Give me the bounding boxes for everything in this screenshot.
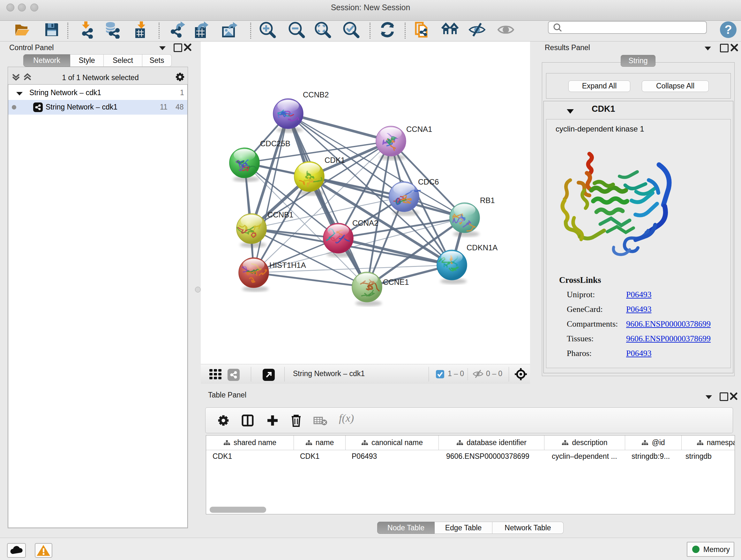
svg-text:CDC25B: CDC25B xyxy=(260,139,290,148)
svg-text:RB1: RB1 xyxy=(480,196,495,205)
svg-text:CDKN1A: CDKN1A xyxy=(467,243,497,252)
svg-text:CDK1: CDK1 xyxy=(325,156,345,165)
svg-text:CCNA1: CCNA1 xyxy=(406,125,432,133)
svg-text:CCNA2: CCNA2 xyxy=(352,219,378,227)
svg-text:CCNE1: CCNE1 xyxy=(383,278,409,287)
svg-text:HIST1H1A: HIST1H1A xyxy=(269,261,306,269)
svg-text:CDC6: CDC6 xyxy=(418,178,439,186)
svg-text:CCNB2: CCNB2 xyxy=(303,90,329,99)
svg-text:?: ? xyxy=(724,23,732,37)
svg-text:CCNB1: CCNB1 xyxy=(267,210,293,219)
